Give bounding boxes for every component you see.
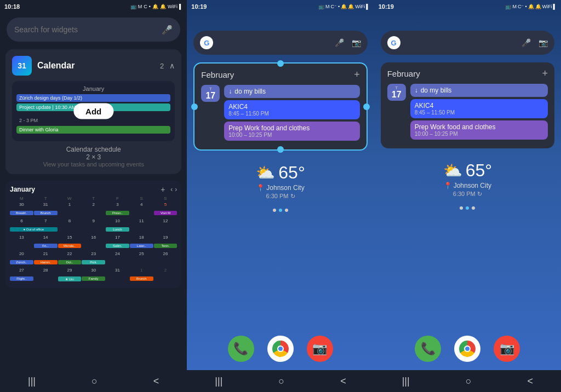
home-screen-panel-3: 10:19 📺 M C⁻ • 🔔 🔔 WiFi ▌ G 🎤 📷 February…: [374, 0, 561, 392]
cal-cell: 3: [106, 202, 129, 210]
day-f: F: [106, 196, 129, 201]
google-lens-icon[interactable]: 📷: [352, 38, 361, 47]
resize-handle-top[interactable]: [277, 60, 284, 67]
s-dot: •: [338, 4, 340, 9]
bottom-nav-p1: ||| ○ <: [0, 370, 187, 392]
day-num-p3: 17: [392, 90, 402, 99]
cal-event-cell: Visit M: [154, 210, 178, 218]
cal-widget-header-p3: February +: [387, 68, 548, 79]
cal-event-cell: ★ Uni: [58, 276, 82, 284]
cal-cell: 2: [82, 202, 105, 210]
cal-event-cell: Family: [82, 276, 105, 284]
refresh-icon-p3: ↻: [477, 191, 482, 197]
google-search-bar-p2[interactable]: G 🎤 📷: [193, 31, 367, 55]
search-input[interactable]: [14, 25, 157, 34]
nav-home-p2[interactable]: ○: [278, 376, 284, 387]
refresh-icon-p2: ↻: [290, 193, 295, 199]
cal-cell: 1: [130, 268, 153, 275]
nav-back-p2[interactable]: <: [340, 376, 346, 387]
s-tv: 📺: [318, 4, 324, 9]
mic-icon[interactable]: 🎤: [162, 25, 173, 35]
camera-app-icon-p2[interactable]: 📷: [307, 336, 333, 362]
day-s1: S: [130, 196, 153, 201]
calendar-widget-p3[interactable]: February + T 17 ↓ do my bills AKIC4 8:45…: [381, 62, 554, 148]
home-status-icons-p3: 📺 M C⁻ • 🔔 🔔 WiFi ▌: [505, 4, 557, 9]
phone-app-icon-p2[interactable]: 📞: [228, 336, 254, 362]
date-bubble-p2: T 17: [201, 85, 220, 102]
cal-event-cell: Breakf..: [10, 210, 33, 218]
nav-home-p1[interactable]: ○: [91, 376, 98, 387]
chrome-app-icon-p3[interactable]: [454, 336, 480, 362]
cal-event-cell: Pick.: [82, 260, 105, 267]
cal-prev-icon[interactable]: ‹: [170, 186, 173, 193]
cal-event-cell: [58, 227, 82, 234]
cal-cell: 22: [58, 251, 82, 259]
event-title-prep-p2: Prep Work food and clothes: [228, 124, 355, 132]
cal-cell: 30: [10, 202, 33, 210]
cal-cell: 9: [82, 218, 105, 226]
chrome-app-icon-p2[interactable]: [267, 336, 294, 362]
cal-event-cell: Hamm.: [34, 260, 58, 267]
google-mic-icon-p3[interactable]: 🎤: [522, 38, 531, 47]
cal-grid-header: January + ‹ ›: [10, 185, 177, 194]
cal-event-cell: Zürich..: [10, 260, 33, 267]
s3-tv: 📺: [505, 4, 511, 9]
phone-app-icon-p3[interactable]: 📞: [415, 336, 441, 362]
camera-app-icon-p3[interactable]: 📷: [494, 336, 520, 362]
cal-grid-body: 30 31 1 2 3 4 5 Breakf.. Brunch Presn.. …: [10, 202, 177, 284]
cal-next-icon[interactable]: ›: [175, 186, 177, 193]
status-icon-tv: 📺: [130, 4, 136, 9]
google-search-bar-p3[interactable]: G 🎤 📷: [381, 31, 554, 55]
location-pin-icon-p3: 📍: [444, 182, 452, 189]
cal-widget-add-p3[interactable]: +: [542, 68, 548, 79]
cal-cell: 5: [154, 202, 178, 210]
cal-add-icon[interactable]: +: [161, 185, 165, 194]
widget-preview-month: January: [16, 85, 170, 92]
google-lens-icon-p3[interactable]: 📷: [539, 38, 548, 47]
event-title-task-p3: do my bills: [421, 87, 452, 94]
cal-event-cell: Brunch: [34, 210, 58, 218]
resize-handle-left[interactable]: [191, 103, 198, 110]
nav-back-p3[interactable]: <: [527, 376, 533, 387]
chevron-up-icon[interactable]: ∧: [169, 61, 175, 70]
nav-back-p1[interactable]: <: [153, 376, 159, 387]
nav-recent-p1[interactable]: |||: [28, 376, 36, 387]
cal-event-cell: [82, 210, 105, 218]
cal-event-cell: Later..: [130, 243, 153, 251]
widget-event-4: Dinner with Gloria: [16, 126, 170, 134]
cal-event-cell: Fri...: [34, 243, 58, 251]
bottom-nav-p2: ||| ○ <: [187, 370, 374, 392]
nav-recent-p3[interactable]: |||: [402, 376, 410, 387]
event-title-akic4-p2: AKIC4: [228, 103, 355, 111]
widget-preview: January Zürich design days (Day 1/2) Pro…: [12, 81, 175, 141]
calendar-widget-p2[interactable]: February + T 17 ↓ do my bills AKIC4 8:45…: [193, 62, 367, 151]
home-screen-panel-2: 10:19 📺 M C⁻ • 🔔 🔔 WiFi ▌ G 🎤 📷 February…: [187, 0, 374, 392]
cal-event-cell: [154, 260, 178, 267]
add-widget-button[interactable]: Add: [73, 103, 113, 119]
widget-event-1: Zürich design days (Day 1/2): [16, 94, 170, 102]
s-wifi: WiFi: [355, 4, 365, 9]
nav-recent-p2[interactable]: |||: [215, 376, 222, 387]
google-mic-icon[interactable]: 🎤: [335, 38, 344, 47]
weather-time-p2: 6:30 PM ↻: [266, 193, 295, 200]
cal-widget-month-p3: February: [387, 69, 420, 78]
resize-handle-bottom[interactable]: [277, 146, 284, 153]
s3-m: M: [512, 4, 517, 9]
widget-search-bar[interactable]: 🎤: [7, 18, 180, 42]
cal-event-cell: Salim.: [106, 243, 129, 251]
cloud-icon-p2: ⛅: [256, 164, 275, 182]
resize-handle-right[interactable]: [363, 103, 370, 110]
status-bar-p1: 10:18 📺 M C • 🔔 🔔 WiFi ▌: [0, 0, 187, 13]
page-dot-3: [285, 209, 288, 212]
s3-sig: ▌: [553, 4, 557, 9]
cal-event-cell: ● Out of office: [10, 227, 58, 234]
cal-cell: 27: [10, 268, 33, 275]
status-icon-c: C: [144, 4, 147, 9]
cal-cell: 1: [58, 202, 82, 210]
nav-home-p3[interactable]: ○: [466, 376, 472, 387]
cal-widget-add-p2[interactable]: +: [354, 69, 360, 80]
cal-cell: 25: [130, 251, 153, 259]
cal-cell: 29: [58, 268, 82, 275]
page-dot-2-p3: [466, 206, 469, 210]
event-title-task-p2: do my bills: [234, 88, 266, 95]
